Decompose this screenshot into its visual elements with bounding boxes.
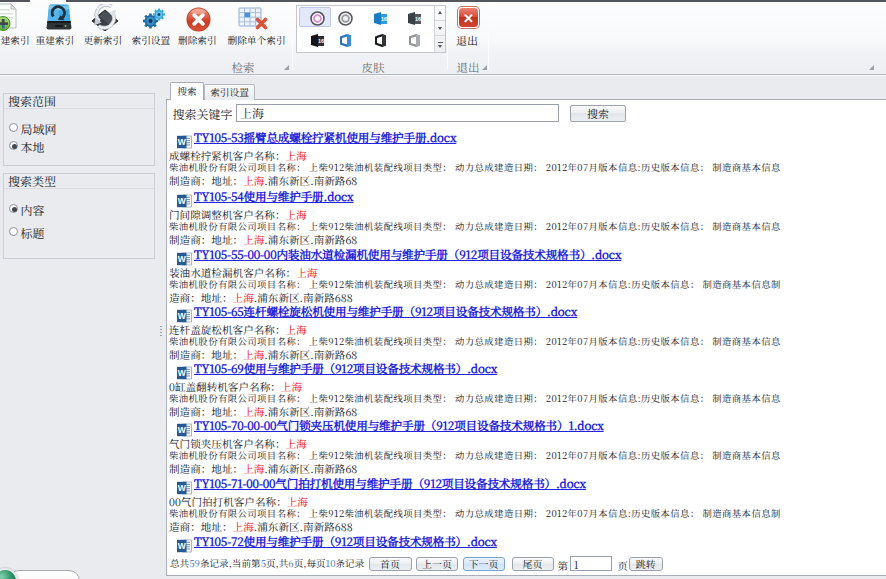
- svg-text:16: 16: [381, 16, 387, 22]
- svg-text:W: W: [178, 541, 187, 551]
- svg-text:W: W: [178, 311, 187, 321]
- svg-text:W: W: [178, 137, 187, 147]
- svg-text:W: W: [178, 483, 187, 493]
- svg-text:W: W: [178, 196, 187, 206]
- svg-text:W: W: [178, 425, 187, 435]
- svg-text:W: W: [178, 254, 187, 264]
- svg-text:16: 16: [318, 38, 324, 44]
- svg-text:W: W: [178, 368, 187, 378]
- svg-text:16: 16: [415, 16, 421, 22]
